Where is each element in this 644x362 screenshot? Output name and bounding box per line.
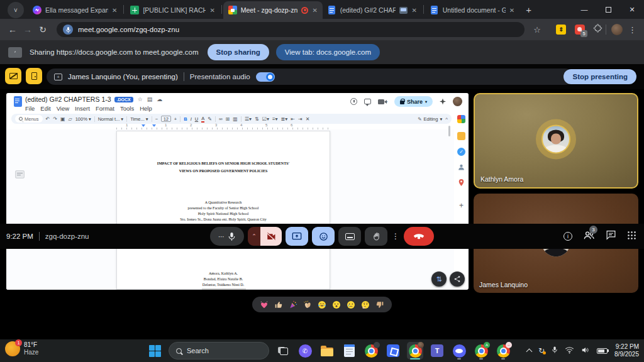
mic-in-use-icon[interactable] [552,345,558,356]
ruler[interactable]: 1 1 2 3 4 5 6 [116,124,330,129]
menu-view[interactable]: View [57,105,69,112]
share-button[interactable]: Share▾ [394,96,433,107]
camera-off-button[interactable] [260,227,282,246]
extension-red-icon[interactable]: 5 [575,25,585,35]
bookmark-star-icon[interactable]: ☆ [530,25,545,35]
maximize-button[interactable] [596,0,620,19]
meeting-room-button[interactable] [26,68,42,84]
wifi-icon[interactable] [565,345,574,356]
style-select[interactable]: Normal t... ▾ [98,116,123,122]
doc-title[interactable]: (edited) G#2 CHAPTERS 1-3 [25,96,111,103]
font-size-field[interactable]: 12 [161,116,171,122]
redo-icon[interactable]: ↷ [53,116,57,122]
font-select[interactable]: Time... ▾ [130,116,148,122]
teams-app[interactable]: T [429,342,445,359]
editing-mode-select[interactable]: ✎ Editing ▾ [418,116,442,122]
bulleted-list-icon[interactable]: ≡▾ [272,116,278,122]
close-window-button[interactable]: ✕ [620,0,644,19]
clear-formatting-icon[interactable]: ✕ [306,116,310,122]
more-options-button[interactable]: ⋮ [391,232,400,241]
indent-increase-icon[interactable]: ⇥ [298,116,303,122]
menu-insert[interactable]: Insert [75,105,90,112]
reaction-party-popper[interactable] [288,300,298,310]
version-history-icon[interactable] [350,98,357,105]
italic-button[interactable]: I [191,116,192,122]
checklist-icon[interactable]: ☑▾ [262,116,269,122]
docs-avatar[interactable] [453,97,462,106]
document-outline-icon[interactable] [15,170,25,178]
chat-button[interactable] [606,230,616,243]
more-audio-options-icon[interactable]: ⋯ [218,233,225,240]
extensions-puzzle-icon[interactable] [593,24,602,36]
close-tab-icon[interactable]: ✕ [312,7,317,14]
chrome-app-1[interactable] [363,342,379,359]
insert-comment-icon[interactable]: ⊞ [226,116,230,122]
tab-untitled-doc[interactable]: Untitled document - Googl ✕ [425,1,519,19]
camera-options-chevron[interactable]: ⌃ [248,227,260,246]
end-call-button[interactable] [404,227,434,246]
shared-screen[interactable]: (edited) G#2 CHAPTERS 1-3 .DOCX ☆ ▤ ☁ ▾ … [6,93,469,290]
insert-image-icon[interactable]: ▥ [233,116,238,122]
site-mic-permission-icon[interactable] [63,25,73,35]
side-panel-contacts-icon[interactable] [457,162,465,170]
extension-yellow-icon[interactable]: ⇕ [556,25,566,35]
meeting-details-button[interactable]: i [564,232,572,241]
close-tab-icon[interactable]: ✕ [411,7,416,14]
raise-hand-button[interactable] [365,227,387,246]
docs-scrollbar[interactable] [448,126,450,136]
browser-menu-icon[interactable]: ⋮ [628,25,636,35]
roblox-app[interactable] [385,342,401,359]
reaction-thumbs-down[interactable] [375,300,385,310]
font-size-decrease[interactable]: − [155,116,158,122]
comment-icon[interactable] [364,99,371,104]
people-button[interactable]: 3 [583,230,595,243]
tab-meet-active[interactable]: Meet - zgq-dozp-znu ✕ [223,1,323,19]
indent-marker[interactable] [152,124,156,127]
underline-button[interactable]: U [195,116,198,122]
chrome-app-active[interactable] [407,342,423,359]
chrome-app-3[interactable]: – [495,342,511,359]
activities-button[interactable] [627,231,636,243]
paint-format-icon[interactable]: ▱ [68,116,72,122]
captions-button[interactable] [338,227,361,246]
presentation-audio-toggle[interactable] [256,72,275,82]
side-panel-add-icon[interactable]: + [457,201,465,209]
microphone-button[interactable]: ⋯ [210,227,244,246]
profile-avatar[interactable] [611,24,623,35]
presentation-controls-button[interactable]: ⇅ [431,272,447,287]
file-explorer-app[interactable] [319,342,335,359]
line-spacing-icon[interactable]: ⇅ [255,116,259,122]
view-tab-button[interactable]: View tab: docs.google.com [276,44,380,60]
reload-button[interactable]: ↻ [35,25,50,35]
insert-link-icon[interactable]: ∞ [219,116,223,122]
numbered-list-icon[interactable]: ≣▾ [281,116,288,122]
new-tab-button[interactable]: + [526,4,531,15]
menu-file[interactable]: File [25,105,35,112]
reactions-button[interactable] [312,227,335,246]
align-icon[interactable]: ☰▾ [245,116,252,122]
menu-help[interactable]: Help [140,105,152,112]
highlight-button[interactable]: ✎ [208,116,212,122]
side-panel-keep-icon[interactable] [457,132,465,140]
menu-edit[interactable]: Edit [40,105,50,112]
battery-icon[interactable] [597,348,608,354]
hidden-icons-chevron[interactable] [526,349,533,355]
weather-widget[interactable]: 1 81°F Haze [5,341,38,356]
close-tab-icon[interactable]: ✕ [509,7,514,14]
present-button[interactable] [286,227,308,246]
zoom-select[interactable]: 100% ▾ [75,116,91,122]
share-screen-float-button[interactable] [450,272,465,287]
tab-sheets[interactable]: [PUBLIC LINK] RACHS Expan ✕ [125,1,219,19]
forward-button[interactable]: → [20,25,35,35]
chrome-app-2[interactable]: A [473,342,489,359]
text-color-button[interactable]: A [201,116,204,123]
margin-marker[interactable] [142,124,145,127]
menu-format[interactable]: Format [96,105,114,112]
taskbar-search[interactable]: Search [169,342,269,359]
stop-presenting-button[interactable]: Stop presenting [564,69,636,84]
menu-tools[interactable]: Tools [120,105,134,112]
tab-search-button[interactable]: ˅ [8,2,24,18]
reaction-thumbs-up[interactable] [274,300,284,310]
stop-sharing-button[interactable]: Stop sharing [208,44,269,60]
reaction-crying[interactable] [346,300,356,310]
